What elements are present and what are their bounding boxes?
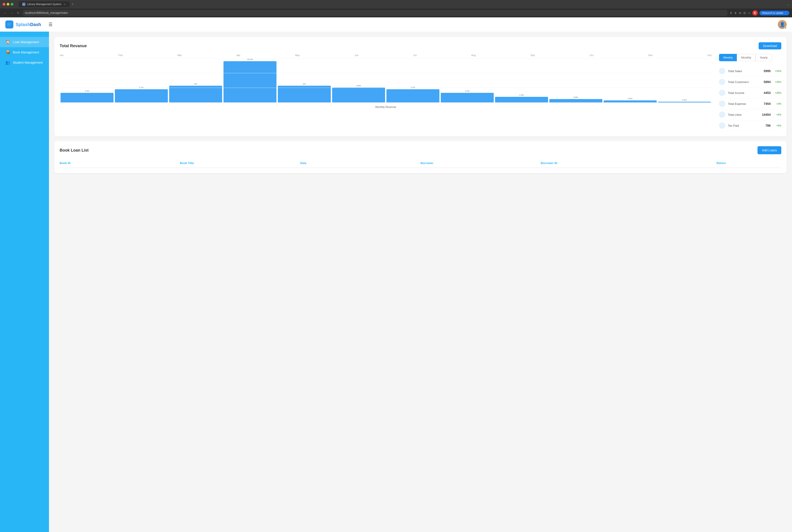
sidebar-item-student-management[interactable]: 👥 Student Management xyxy=(0,57,49,68)
stat-row-total-customers: Total Customers5894+15% xyxy=(719,77,781,88)
url-text: localhost:8080/book_manager/index xyxy=(25,11,68,15)
tab-close-button[interactable]: ✕ xyxy=(63,3,66,6)
stat-change-total-likes: +5% xyxy=(773,113,781,116)
fullscreen-window-button[interactable] xyxy=(11,3,13,5)
chart-section: Jan Feb Mar Apr May Jun Jul Aug Sep Oct xyxy=(60,54,781,131)
chart-subtitle: Monthly Revenue xyxy=(60,106,712,109)
tab-title: Library Management System xyxy=(27,3,61,6)
share-icon[interactable]: ⬆ xyxy=(730,11,732,15)
weekly-button[interactable]: Weekly xyxy=(719,54,737,61)
forward-button[interactable]: → xyxy=(9,10,14,16)
relaunch-button[interactable]: Relaunch to update ⋮ xyxy=(759,11,789,15)
stat-change-total-expense: +2% xyxy=(773,102,781,105)
minimize-window-button[interactable] xyxy=(7,3,9,5)
stat-dot-total-customers xyxy=(719,79,725,85)
bar-label-apr: 10.1% xyxy=(247,58,253,60)
bar-label-dec: 0.2% xyxy=(682,99,687,101)
back-button[interactable]: ← xyxy=(3,10,7,16)
bar-fill-feb[interactable] xyxy=(115,89,168,102)
stat-row-tax-paid: Tax Paid786+5% xyxy=(719,120,781,131)
add-loans-button[interactable]: Add Loans xyxy=(757,146,781,154)
stat-name-total-income: Total Income xyxy=(728,91,761,95)
bar-fill-apr[interactable] xyxy=(224,61,276,102)
sidebar-item-book-management[interactable]: 📦 Book Management xyxy=(0,47,49,57)
stat-name-tax-paid: Tax Paid xyxy=(728,124,763,127)
download-button[interactable]: Download xyxy=(759,42,781,50)
monthly-button[interactable]: Monthly xyxy=(737,54,755,61)
tab-groups-icon[interactable]: ⊞ xyxy=(743,11,746,15)
address-bar[interactable]: localhost:8080/book_manager/index xyxy=(22,10,728,16)
student-management-icon: 👥 xyxy=(5,60,10,65)
close-window-button[interactable] xyxy=(3,3,5,5)
sidebar-nav: 🏠 Loan Management 📦 Book Management 👥 St… xyxy=(0,37,49,68)
loan-list-card: Book Loan List Add Loans Book IDBook Tit… xyxy=(54,141,787,173)
relaunch-menu-icon: ⋮ xyxy=(784,12,787,15)
bar-apr: 10.1% xyxy=(224,58,276,102)
sidebar-label-student: Student Management xyxy=(13,61,43,64)
refresh-button[interactable]: ↻ xyxy=(16,10,20,16)
month-jan: Jan xyxy=(60,54,64,57)
bar-label-jul: 3.2% xyxy=(411,87,416,89)
period-buttons: Weekly Monthly Yearly xyxy=(719,54,781,61)
browser-tab[interactable]: 📚 Library Management System ✕ xyxy=(19,1,70,7)
bar-fill-jul[interactable] xyxy=(386,89,439,102)
bar-label-jun: 3.6% xyxy=(356,84,361,87)
bar-label-nov: 0.5% xyxy=(628,97,633,100)
chart-wrapper: 2.3%3.1%4%10.1%4%3.6%3.2%2.3%1.4%0.8%0.5… xyxy=(60,58,712,103)
extensions-icon[interactable]: ⊕ xyxy=(739,11,741,15)
bar-fill-jan[interactable] xyxy=(61,93,114,102)
bar-fill-dec[interactable] xyxy=(658,102,711,102)
col-return: Return xyxy=(661,162,781,165)
browser-profile-letter: E xyxy=(754,11,756,15)
month-sep: Sep xyxy=(530,54,535,57)
bar-fill-aug[interactable] xyxy=(441,93,494,102)
bookmark-icon[interactable]: ★ xyxy=(734,11,737,15)
revenue-card: Total Revanue Download Jan Feb Mar Apr xyxy=(54,37,787,136)
traffic-lights xyxy=(3,3,13,5)
month-feb: Feb xyxy=(118,54,123,57)
chart-bars: 2.3%3.1%4%10.1%4%3.6%3.2%2.3%1.4%0.8%0.5… xyxy=(60,58,712,102)
stat-value-tax-paid: 786 xyxy=(766,124,771,127)
bar-fill-mar[interactable] xyxy=(169,86,222,102)
new-tab-button[interactable]: + xyxy=(72,2,74,6)
bar-fill-may[interactable] xyxy=(278,86,331,102)
stat-value-total-expense: 7454 xyxy=(764,102,771,106)
stat-value-total-likes: 14454 xyxy=(762,113,771,116)
sidebar-item-loan-management[interactable]: 🏠 Loan Management xyxy=(0,37,49,47)
loan-card-header: Book Loan List Add Loans xyxy=(60,146,781,154)
bar-nov: 0.5% xyxy=(604,58,657,102)
bar-fill-nov[interactable] xyxy=(604,100,657,102)
bar-label-sep: 1.4% xyxy=(519,94,524,96)
month-may: May xyxy=(295,54,300,57)
logo-area: 🛒 SplashDash ☰ xyxy=(5,20,53,28)
sidebar: 🏠 Loan Management 📦 Book Management 👥 St… xyxy=(0,32,49,532)
bar-jun: 3.6% xyxy=(332,58,385,102)
bar-label-mar: 4% xyxy=(194,83,197,85)
tab-bar: 📚 Library Management System ✕ + xyxy=(19,1,785,7)
chart-container: Jan Feb Mar Apr May Jun Jul Aug Sep Oct xyxy=(60,54,712,131)
split-view-icon[interactable]: ▭ xyxy=(748,11,751,15)
sidebar-label-loan: Loan Management xyxy=(13,40,39,44)
stats-panel: Weekly Monthly Yearly Total Sales5995+15… xyxy=(719,54,781,131)
bar-fill-oct[interactable] xyxy=(549,99,602,102)
tab-favicon: 📚 xyxy=(22,3,25,6)
stat-name-total-expense: Total Expense xyxy=(728,102,761,106)
bar-label-feb: 3.1% xyxy=(139,87,144,89)
month-dec: Dec xyxy=(708,54,712,57)
bar-fill-sep[interactable] xyxy=(495,97,548,102)
online-indicator xyxy=(785,27,787,29)
chart-months: Jan Feb Mar Apr May Jun Jul Aug Sep Oct xyxy=(60,54,712,57)
bar-feb: 3.1% xyxy=(115,58,168,102)
logo-icon: 🛒 xyxy=(5,20,13,28)
bar-fill-jun[interactable] xyxy=(332,88,385,102)
hamburger-menu-button[interactable]: ☰ xyxy=(49,22,53,27)
stat-dot-total-likes xyxy=(719,112,725,118)
browser-profile-avatar[interactable]: E xyxy=(752,10,758,16)
window-options-button[interactable]: ⌄ xyxy=(787,2,789,6)
yearly-button[interactable]: Yearly xyxy=(755,54,772,61)
bar-label-jan: 2.3% xyxy=(85,90,90,92)
stat-change-total-sales: +15% xyxy=(773,70,781,72)
stat-row-total-sales: Total Sales5995+15% xyxy=(719,66,781,77)
browser-titlebar: 📚 Library Management System ✕ + ⌄ xyxy=(0,0,792,8)
stat-value-total-sales: 5995 xyxy=(764,69,771,73)
